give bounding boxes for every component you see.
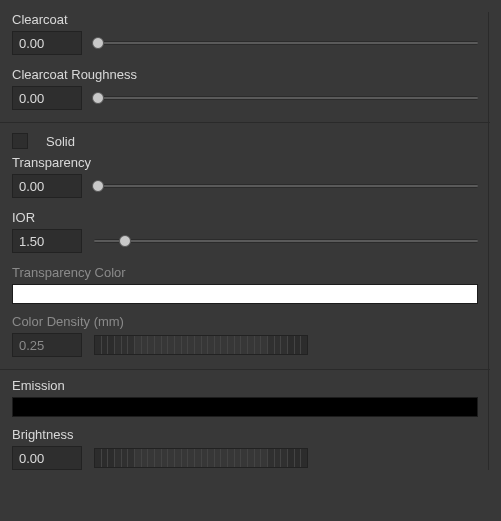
brightness-scrubber[interactable]: [94, 448, 308, 468]
brightness-label: Brightness: [12, 427, 478, 442]
clearcoat-roughness-slider[interactable]: [94, 91, 478, 105]
transparency-color-swatch[interactable]: [12, 284, 478, 304]
emission-label: Emission: [12, 378, 478, 393]
material-properties-panel: Clearcoat Clearcoat Roughness Solid Tran…: [0, 0, 501, 482]
emission-color-swatch[interactable]: [12, 397, 478, 417]
clearcoat-roughness-label: Clearcoat Roughness: [12, 67, 478, 82]
clearcoat-input[interactable]: [12, 31, 82, 55]
section-divider: [0, 122, 490, 123]
clearcoat-roughness-input[interactable]: [12, 86, 82, 110]
solid-label: Solid: [46, 134, 75, 149]
clearcoat-slider-thumb[interactable]: [92, 37, 104, 49]
solid-checkbox[interactable]: [12, 133, 28, 149]
transparency-slider-thumb[interactable]: [92, 180, 104, 192]
clearcoat-slider[interactable]: [94, 36, 478, 50]
color-density-label: Color Density (mm): [12, 314, 478, 329]
brightness-input[interactable]: [12, 446, 82, 470]
ior-label: IOR: [12, 210, 478, 225]
section-divider: [0, 369, 490, 370]
transparency-input[interactable]: [12, 174, 82, 198]
ior-slider-thumb[interactable]: [119, 235, 131, 247]
color-density-input[interactable]: [12, 333, 82, 357]
transparency-slider[interactable]: [94, 179, 478, 193]
ior-slider[interactable]: [94, 234, 478, 248]
clearcoat-roughness-slider-thumb[interactable]: [92, 92, 104, 104]
ior-input[interactable]: [12, 229, 82, 253]
clearcoat-label: Clearcoat: [12, 12, 478, 27]
color-density-scrubber[interactable]: [94, 335, 308, 355]
transparency-label: Transparency: [12, 155, 478, 170]
transparency-color-label: Transparency Color: [12, 265, 478, 280]
